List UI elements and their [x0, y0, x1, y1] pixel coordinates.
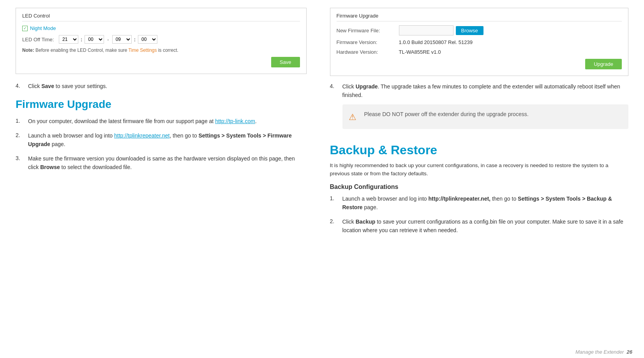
- firmware-step2-end: page.: [50, 141, 65, 147]
- firmware-version-value: 1.0.0 Build 20150807 Rel. 51239: [399, 39, 473, 45]
- firmware-step1-num: 1.: [16, 117, 24, 125]
- night-mode-checkbox[interactable]: [22, 26, 28, 31]
- backup-restore-intro: It is highly recommended to back up your…: [330, 161, 629, 178]
- hardware-version-row: Hardware Version: TL-WA855RE v1.0: [337, 49, 622, 55]
- firmware-step1-pre: On your computer, download the latest fi…: [28, 118, 215, 124]
- new-firmware-row: New Firmware File: Browse: [337, 25, 622, 35]
- right-column: Firmware Upgrade New Firmware File: Brow…: [322, 0, 644, 358]
- firmware-step2-num: 2.: [16, 131, 24, 149]
- backup-step2-post: to save your current configurations as a…: [342, 219, 623, 233]
- hardware-version-label: Hardware Version:: [337, 49, 399, 55]
- step4-num-right: 4.: [330, 82, 339, 134]
- step4-text-right: Click Upgrade. The upgrade takes a few m…: [342, 83, 620, 98]
- firmware-step1-end: .: [255, 118, 257, 124]
- led-off-to-hour[interactable]: 09: [112, 35, 132, 44]
- footer-text: Manage the Extender: [575, 349, 624, 355]
- step4-text-left: Click Save to save your settings.: [28, 82, 307, 90]
- note-label: Note:: [22, 48, 34, 53]
- firmware-upgrade-box: Firmware Upgrade New Firmware File: Brow…: [330, 8, 629, 76]
- warning-icon: ⚠: [349, 111, 360, 123]
- firmware-step3-text: Make sure the firmware version you downl…: [28, 154, 307, 172]
- firmware-file-input[interactable]: [399, 25, 453, 35]
- night-mode-label[interactable]: Night Mode: [30, 25, 56, 31]
- save-btn-row: Save: [22, 57, 300, 67]
- left-column: LED Control Night Mode LED Off Time: 21 …: [0, 0, 322, 358]
- led-off-from-hour[interactable]: 21: [59, 35, 78, 44]
- firmware-step2-pre: Launch a web browser and log into: [28, 132, 114, 139]
- led-note-row: Note: Before enabling the LED Control, m…: [22, 48, 300, 53]
- firmware-version-label: Firmware Version:: [337, 39, 399, 45]
- left-step4: 4. Click Save to save your settings.: [16, 82, 307, 90]
- backup-step2: 2. Click Backup to save your current con…: [330, 217, 629, 235]
- upgrade-button[interactable]: Upgrade: [585, 59, 622, 69]
- led-off-to-min[interactable]: 00: [138, 35, 157, 44]
- backup-step2-text: Click Backup to save your current config…: [342, 217, 629, 235]
- save-button[interactable]: Save: [271, 57, 300, 67]
- hardware-version-value: TL-WA855RE v1.0: [399, 49, 441, 55]
- new-firmware-label: New Firmware File:: [337, 28, 399, 34]
- led-control-box: LED Control Night Mode LED Off Time: 21 …: [16, 8, 307, 74]
- firmware-step3-end: to select the downloaded file.: [60, 164, 132, 170]
- step4-num-left: 4.: [16, 82, 24, 90]
- firmware-step2-text: Launch a web browser and log into http:/…: [28, 131, 307, 149]
- firmware-version-row: Firmware Version: 1.0.0 Build 20150807 R…: [337, 39, 622, 45]
- night-mode-row: Night Mode: [22, 25, 300, 31]
- warning-box: ⚠ Please DO NOT power off the extender d…: [342, 104, 629, 129]
- time-range-dash: -: [106, 37, 110, 42]
- backup-step1-pre: Launch a web browser and log into: [342, 196, 429, 202]
- backup-step1: 1. Launch a web browser and log into htt…: [330, 194, 629, 212]
- step4-bold: Upgrade: [356, 83, 378, 90]
- backup-step2-num: 2.: [330, 217, 339, 235]
- firmware-step3: 3. Make sure the firmware version you do…: [16, 154, 307, 172]
- backup-step1-post: then go to: [490, 196, 518, 202]
- firmware-step2: 2. Launch a web browser and log into htt…: [16, 131, 307, 149]
- browse-button[interactable]: Browse: [456, 26, 483, 35]
- upgrade-btn-row: Upgrade: [337, 59, 622, 69]
- firmware-upgrade-title-left: Firmware Upgrade: [16, 98, 307, 111]
- firmware-step3-num: 3.: [16, 154, 24, 172]
- backup-step2-bold: Backup: [356, 219, 376, 225]
- backup-step1-text: Launch a web browser and log into http:/…: [342, 194, 629, 212]
- firmware-step2-link[interactable]: http://tplinkrepeater.net: [114, 132, 169, 139]
- note-text: Before enabling the LED Control, make su…: [35, 48, 129, 53]
- backup-restore-title: Backup & Restore: [330, 143, 629, 157]
- backup-step2-pre: Click: [342, 219, 356, 225]
- led-off-from-min[interactable]: 00: [85, 35, 104, 44]
- firmware-step2-post: , then go to: [169, 132, 198, 139]
- step4-post: . The upgrade takes a few minutes to com…: [342, 83, 620, 98]
- warning-text: Please DO NOT power off the extender dur…: [364, 110, 529, 118]
- led-control-box-title: LED Control: [22, 13, 300, 21]
- firmware-step1: 1. On your computer, download the latest…: [16, 117, 307, 125]
- page-footer: Manage the Extender 26: [575, 349, 632, 355]
- step4-pre: Click: [342, 83, 356, 90]
- firmware-box-title: Firmware Upgrade: [337, 13, 622, 21]
- step4-mid: to save your settings.: [54, 83, 107, 89]
- note-suffix: is correct.: [158, 48, 178, 53]
- backup-config-subtitle: Backup Configurations: [330, 183, 629, 190]
- colon-sep-2: :: [133, 37, 136, 42]
- colon-sep-1: :: [80, 37, 83, 42]
- right-step4: 4. Click Upgrade. The upgrade takes a fe…: [330, 82, 629, 134]
- firmware-step1-link[interactable]: http://tp-link.com: [215, 118, 255, 124]
- backup-step1-bold: http://tplinkrepeater.net,: [429, 196, 490, 202]
- firmware-step1-text: On your computer, download the latest fi…: [28, 117, 307, 125]
- step4-save-bold: Save: [41, 83, 54, 89]
- backup-step1-num: 1.: [330, 194, 339, 212]
- page-number: 26: [627, 349, 632, 355]
- firmware-step3-bold: Browse: [40, 164, 60, 170]
- led-off-time-row: LED Off Time: 21 : 00 - 09 : 00: [22, 35, 300, 44]
- backup-step1-end: page.: [363, 204, 378, 210]
- time-settings-link[interactable]: Time Settings: [129, 48, 157, 53]
- led-off-label: LED Off Time:: [22, 37, 57, 42]
- step4-content-right: Click Upgrade. The upgrade takes a few m…: [342, 82, 629, 134]
